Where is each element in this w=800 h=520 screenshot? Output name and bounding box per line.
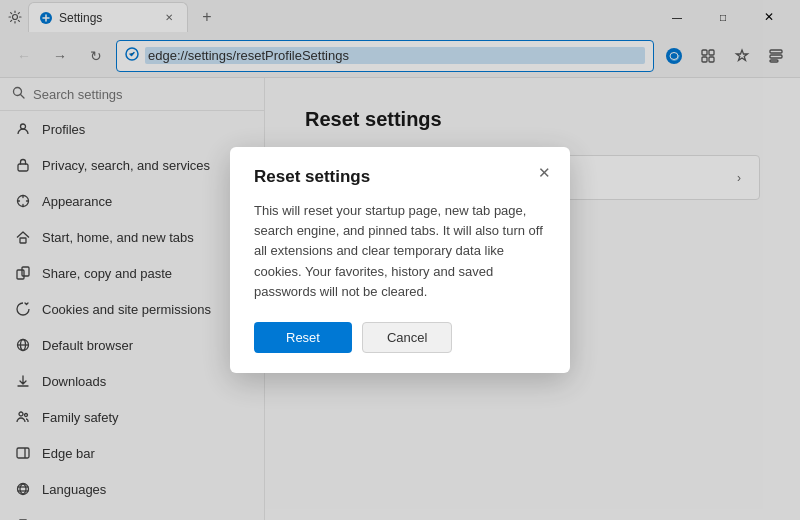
dialog-title: Reset settings	[254, 167, 546, 187]
modal-overlay: Reset settings ✕ This will reset your st…	[0, 0, 800, 520]
reset-dialog: Reset settings ✕ This will reset your st…	[230, 147, 570, 373]
dialog-actions: Reset Cancel	[254, 322, 546, 353]
reset-button[interactable]: Reset	[254, 322, 352, 353]
cancel-button[interactable]: Cancel	[362, 322, 452, 353]
dialog-close-button[interactable]: ✕	[532, 161, 556, 185]
dialog-body: This will reset your startup page, new t…	[254, 201, 546, 302]
